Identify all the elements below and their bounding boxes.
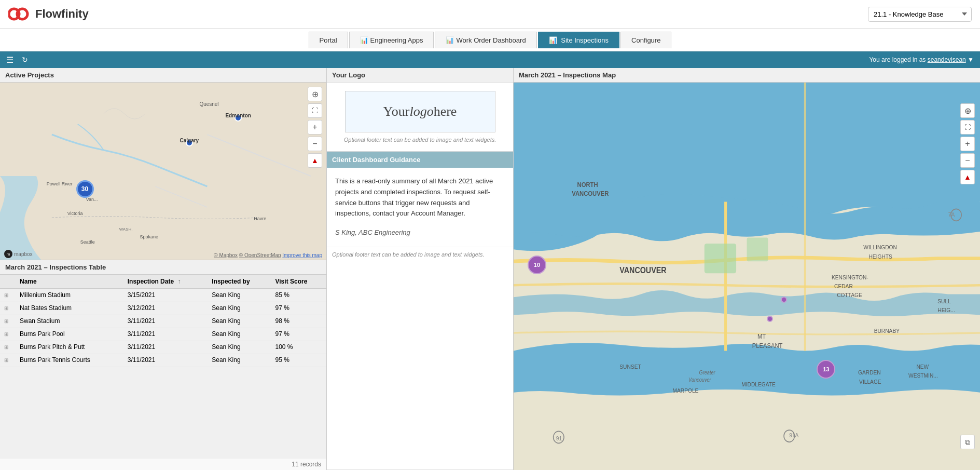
col-inspector[interactable]: Inspected by xyxy=(208,275,271,289)
map-controls: ⊕ ⛶ + − ▲ xyxy=(308,87,322,168)
right-map-container[interactable]: NORTH VANCOUVER VANCOUVER KENSINGTON- CE… xyxy=(514,83,980,470)
tab-engineering[interactable]: 📊Engineering Apps xyxy=(349,32,434,48)
svg-text:HEIG...: HEIG... xyxy=(937,306,955,313)
row-score: 97 % xyxy=(271,302,327,315)
row-inspector: Sean King xyxy=(208,289,271,302)
right-map-svg: NORTH VANCOUVER VANCOUVER KENSINGTON- CE… xyxy=(514,83,980,470)
rmap-compass-btn[interactable]: ▲ xyxy=(960,170,975,184)
logo-widget-title: Your Logo xyxy=(327,68,513,83)
rmap-zoom-out-btn[interactable]: − xyxy=(960,153,975,168)
col-score[interactable]: Visit Score xyxy=(271,275,327,289)
edmonton-label: Edmonton xyxy=(225,113,251,118)
guidance-content: This is a read-only summary of all March… xyxy=(327,168,513,247)
improve-link[interactable]: Improve this map xyxy=(282,252,322,258)
row-name: Swan Stadium xyxy=(16,315,123,328)
row-inspector: Sean King xyxy=(208,302,271,315)
table-row: ⊞ Nat Bates Stadium 3/12/2021 Sean King … xyxy=(0,302,326,315)
rmap-cluster-13[interactable]: 13 xyxy=(817,360,835,379)
mapbox-logo: m mapbox xyxy=(4,250,33,258)
map-attribution: m mapbox © Mapbox © OpenStreetMap Improv… xyxy=(0,250,326,258)
rmap-pin-small-1[interactable] xyxy=(767,316,773,322)
row-icon-cell: ⊞ xyxy=(0,315,16,328)
svg-text:MARPOLE: MARPOLE xyxy=(672,387,698,394)
svg-text:Vancouver: Vancouver xyxy=(688,377,711,383)
top-bar: Flowfinity 21.1 - Knowledge Base xyxy=(0,0,980,29)
rmap-zoom-in-btn[interactable]: + xyxy=(960,137,975,151)
nav-bar: Portal 📊Engineering Apps 📊Work Order Das… xyxy=(0,29,980,51)
row-inspector: Sean King xyxy=(208,341,271,354)
row-name: Burns Park Pool xyxy=(16,328,123,341)
tab-portal[interactable]: Portal xyxy=(309,32,348,48)
row-icon: ⊞ xyxy=(4,344,8,350)
logo-area: Flowfinity xyxy=(8,6,89,22)
mapbox-logo-icon: m xyxy=(4,250,12,258)
row-icon: ⊞ xyxy=(4,305,8,311)
zoom-in-btn[interactable]: + xyxy=(308,120,322,135)
svg-text:GARDEN: GARDEN xyxy=(858,369,881,376)
svg-text:HEIGHTS: HEIGHTS xyxy=(868,253,892,260)
svg-text:VANCOUVER: VANCOUVER xyxy=(619,265,666,275)
version-select[interactable]: 21.1 - Knowledge Base xyxy=(868,7,972,22)
logo-widget: Your Logo Your logo here Optional footer… xyxy=(327,68,513,152)
rmap-pin-small-2[interactable] xyxy=(781,297,787,303)
sub-bar-right: You are logged in as seandevisean ▼ xyxy=(869,56,974,63)
left-panel: Active Projects xyxy=(0,68,327,470)
attribution-links: © Mapbox © OpenStreetMap Improve this ma… xyxy=(214,252,322,258)
svg-text:Havre: Havre xyxy=(254,216,266,221)
row-name: Nat Bates Stadium xyxy=(16,302,123,315)
row-icon: ⊞ xyxy=(4,357,8,363)
fullscreen-btn[interactable]: ⛶ xyxy=(308,103,322,118)
guidance-title: Client Dashboard Guidance xyxy=(327,152,513,168)
osm-link[interactable]: © OpenStreetMap xyxy=(239,252,281,258)
flowfinity-logo-icon xyxy=(8,6,31,22)
table-wrapper[interactable]: Name Inspection Date ↑ Inspected by Visi… xyxy=(0,275,326,458)
tab-configure[interactable]: Configure xyxy=(620,32,671,48)
col-name[interactable]: Name xyxy=(16,275,123,289)
col-icon xyxy=(0,275,16,289)
tab-site-inspections[interactable]: 📊 Site Inspections xyxy=(538,32,619,48)
calgary-label: Calgary xyxy=(180,138,199,143)
map-svg: Quesnel Powell River Victoria Van... Sea… xyxy=(0,83,326,260)
tab-workorder[interactable]: 📊Work Order Dashboard xyxy=(435,32,536,48)
right-map-bg: NORTH VANCOUVER VANCOUVER KENSINGTON- CE… xyxy=(514,83,980,470)
row-date: 3/11/2021 xyxy=(123,328,208,341)
mapbox-link[interactable]: © Mapbox xyxy=(214,252,238,258)
svg-text:KENSINGTON-: KENSINGTON- xyxy=(832,274,868,280)
cluster-30[interactable]: 30 xyxy=(76,180,94,198)
table-row: ⊞ Burns Park Pool 3/11/2021 Sean King 97… xyxy=(0,328,326,341)
hamburger-icon[interactable]: ☰ xyxy=(6,55,13,65)
compass-btn[interactable]: ▲ xyxy=(308,153,322,168)
chart-icon-2: 📊 xyxy=(446,36,454,44)
row-date: 3/11/2021 xyxy=(123,341,208,354)
logo-footer-text: Optional footer text can be added to ima… xyxy=(344,137,496,143)
table-row: ⊞ Burns Park Pitch & Putt 3/11/2021 Sean… xyxy=(0,341,326,354)
row-score: 97 % xyxy=(271,328,327,341)
zoom-out-btn[interactable]: − xyxy=(308,137,322,151)
locate-btn[interactable]: ⊕ xyxy=(308,87,322,101)
svg-text:VILLAGE: VILLAGE xyxy=(859,378,881,385)
chart-icon-3: 📊 xyxy=(549,36,557,44)
row-icon: ⊞ xyxy=(4,292,8,298)
rmap-cluster-10[interactable]: 10 xyxy=(528,256,546,274)
right-panel-title: March 2021 – Inspections Map xyxy=(514,68,980,83)
guidance-signature: S King, ABC Engineering xyxy=(335,227,505,238)
dropdown-arrow-icon[interactable]: ▼ xyxy=(968,56,974,63)
svg-text:BURNABY: BURNABY xyxy=(874,327,900,334)
svg-text:WESTMIN...: WESTMIN... xyxy=(908,372,938,379)
rmap-locate-btn[interactable]: ⊕ xyxy=(960,103,975,118)
row-icon: ⊞ xyxy=(4,318,8,324)
rmap-fullscreen-btn[interactable]: ⛶ xyxy=(960,120,975,135)
table-footer: 11 records xyxy=(0,458,326,470)
username-link[interactable]: seandevisean xyxy=(928,56,966,63)
col-date[interactable]: Inspection Date ↑ xyxy=(123,275,208,289)
row-icon-cell: ⊞ xyxy=(0,302,16,315)
sort-icon: ↑ xyxy=(177,278,181,285)
right-map-controls: ⊕ ⛶ + − ▲ xyxy=(960,103,975,184)
refresh-icon[interactable]: ↻ xyxy=(22,56,28,64)
table-row: ⊞ Millenium Stadium 3/15/2021 Sean King … xyxy=(0,289,326,302)
svg-text:Quesnel: Quesnel xyxy=(199,101,218,107)
svg-text:Greater: Greater xyxy=(699,370,716,376)
row-icon-cell: ⊞ xyxy=(0,328,16,341)
map-container[interactable]: Quesnel Powell River Victoria Van... Sea… xyxy=(0,83,326,260)
rmap-copy-btn[interactable]: ⧉ xyxy=(960,435,975,449)
